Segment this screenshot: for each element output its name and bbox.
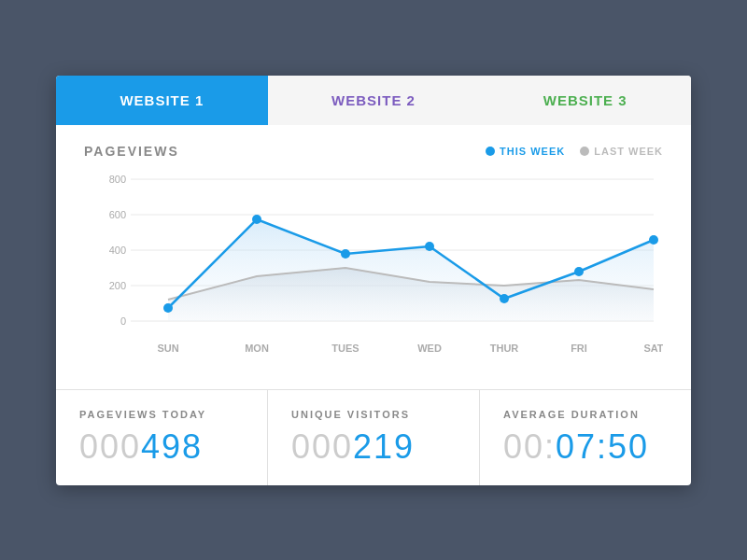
dot-sat: [649, 235, 658, 245]
tab-website1[interactable]: WEBSITE 1: [56, 76, 268, 125]
chart-section: PAGEVIEWS THIS WEEK LAST WEEK: [56, 125, 691, 385]
tab-website3[interactable]: WEBSITE 3: [479, 76, 691, 125]
legend-dot-this-week: [486, 147, 495, 156]
svg-text:THUR: THUR: [490, 343, 519, 354]
stats-row: PAGEVIEWS TODAY 000498 UNIQUE VISITORS 0…: [56, 389, 691, 485]
stat-duration: AVERAGE DURATION 00:07:50: [480, 390, 691, 485]
stat-visitors-label: UNIQUE VISITORS: [291, 409, 456, 420]
chart-header: PAGEVIEWS THIS WEEK LAST WEEK: [84, 144, 663, 159]
tab-website2-label: WEBSITE 2: [331, 92, 416, 108]
chart-svg: 800 600 400 200 0: [84, 170, 663, 375]
tab-website2[interactable]: WEBSITE 2: [268, 76, 480, 125]
legend-this-week: THIS WEEK: [486, 146, 565, 157]
tab-website1-label: WEBSITE 1: [120, 92, 204, 108]
svg-text:FRI: FRI: [571, 343, 587, 354]
legend-dot-last-week: [580, 147, 589, 156]
stat-pageviews-value: 000498: [79, 427, 244, 467]
chart-legend: THIS WEEK LAST WEEK: [486, 146, 663, 157]
stat-pageviews: PAGEVIEWS TODAY 000498: [56, 390, 268, 485]
dot-tues: [341, 249, 350, 259]
stat-pageviews-label: PAGEVIEWS TODAY: [79, 409, 244, 420]
svg-text:MON: MON: [245, 343, 269, 354]
dashboard-card: WEBSITE 1 WEBSITE 2 WEBSITE 3 PAGEVIEWS …: [56, 76, 691, 485]
stat-pageviews-main: 498: [141, 427, 203, 466]
legend-label-last-week: LAST WEEK: [594, 146, 663, 157]
svg-text:SUN: SUN: [157, 343, 178, 354]
stat-duration-zeros: 00:: [503, 427, 556, 466]
stat-duration-label: AVERAGE DURATION: [503, 409, 668, 420]
legend-label-this-week: THIS WEEK: [500, 146, 565, 157]
dot-fri: [574, 267, 584, 276]
chart-container: 800 600 400 200 0: [84, 170, 663, 375]
chart-title: PAGEVIEWS: [84, 144, 179, 159]
stat-visitors: UNIQUE VISITORS 000219: [268, 390, 480, 485]
stat-visitors-main: 219: [353, 427, 415, 466]
svg-text:200: 200: [109, 280, 126, 291]
stat-duration-value: 00:07:50: [503, 427, 668, 467]
stat-pageviews-zeros: 000: [79, 427, 141, 466]
website-tabs: WEBSITE 1 WEBSITE 2 WEBSITE 3: [56, 76, 691, 125]
legend-last-week: LAST WEEK: [580, 146, 663, 157]
svg-text:TUES: TUES: [331, 343, 359, 354]
svg-text:600: 600: [109, 209, 126, 220]
stat-duration-main: 07:50: [556, 427, 649, 466]
stat-visitors-zeros: 000: [291, 427, 353, 466]
dot-thur: [500, 294, 509, 303]
svg-text:WED: WED: [417, 343, 442, 354]
stat-visitors-value: 000219: [291, 427, 456, 467]
svg-text:SAT: SAT: [643, 343, 663, 354]
dot-sun: [163, 303, 173, 313]
svg-text:800: 800: [109, 174, 126, 185]
svg-text:400: 400: [109, 245, 126, 256]
svg-text:0: 0: [120, 315, 126, 327]
tab-website3-label: WEBSITE 3: [543, 92, 627, 108]
dot-mon: [252, 215, 261, 224]
dot-wed: [425, 242, 434, 251]
